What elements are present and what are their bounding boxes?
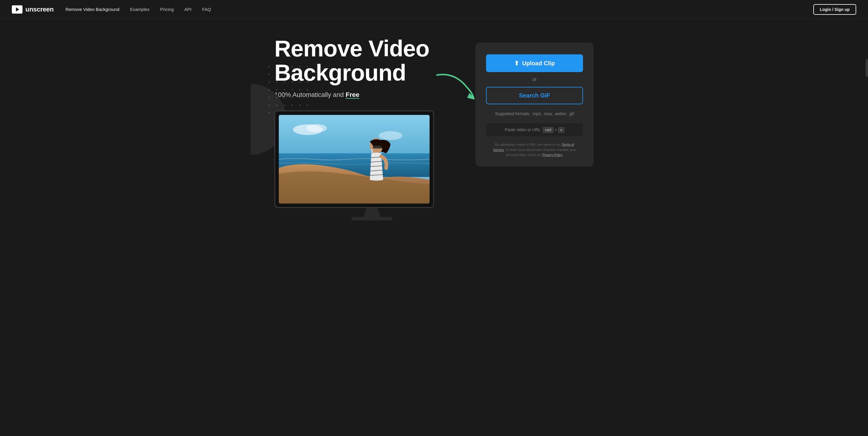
svg-rect-7 [373, 146, 382, 148]
nav-link-api[interactable]: API [184, 7, 191, 12]
nav-link-pricing[interactable]: Pricing [160, 7, 174, 12]
upload-clip-button[interactable]: ⬆ Upload Clip [486, 54, 583, 72]
terms-text: By uploading a video or URL you agree to… [486, 142, 583, 158]
upload-card: ⬆ Upload Clip or Search GIF Supported fo… [475, 42, 594, 167]
scrollbar[interactable] [866, 59, 868, 77]
login-button[interactable]: Login / Sign up [813, 4, 856, 15]
nav-left: unscreen Remove Video Background Example… [12, 5, 211, 13]
svg-point-3 [306, 124, 327, 132]
privacy-policy-link[interactable]: Privacy Policy [542, 153, 562, 157]
supported-formats-text: Supported formats: .mp4, .mov, .webm, .g… [486, 111, 583, 116]
dot-grid-decoration [269, 66, 312, 118]
v-key: v [558, 127, 564, 133]
monitor-base [351, 217, 393, 221]
hero-title-line1: Remove Video [274, 35, 429, 61]
nav-link-examples[interactable]: Examples [130, 7, 150, 12]
paste-label: Paste video or URL cmd + v [505, 127, 564, 132]
hero-subtitle-bold: Free [346, 91, 359, 98]
paste-area: Paste video or URL cmd + v [486, 123, 583, 136]
svg-rect-1 [279, 115, 430, 156]
search-gif-button[interactable]: Search GIF [486, 87, 583, 104]
logo-text: unscreen [25, 6, 54, 13]
nav-link-faq[interactable]: FAQ [202, 7, 211, 12]
nav-link-remove-video[interactable]: Remove Video Background [65, 7, 119, 12]
monitor-decoration [274, 110, 469, 221]
or-divider: or [486, 77, 583, 82]
upload-clip-label: Upload Clip [522, 60, 555, 67]
nav-links: Remove Video Background Examples Pricing… [65, 7, 211, 12]
monitor-screen [279, 115, 430, 204]
navigation: unscreen Remove Video Background Example… [0, 0, 868, 19]
logo[interactable]: unscreen [12, 5, 54, 13]
upload-icon: ⬆ [514, 60, 519, 67]
hero-section: Remove Video Background 100% Automatical… [227, 19, 641, 232]
hero-left: Remove Video Background 100% Automatical… [274, 37, 469, 221]
cmd-key: cmd [543, 127, 553, 133]
logo-icon [12, 5, 23, 13]
svg-point-4 [379, 131, 402, 140]
plus-sign: + [554, 127, 557, 132]
decorative-arrow [431, 69, 478, 105]
hero-right: ⬆ Upload Clip or Search GIF Supported fo… [475, 42, 594, 167]
monitor-frame [274, 110, 434, 208]
monitor-stand [363, 208, 381, 217]
